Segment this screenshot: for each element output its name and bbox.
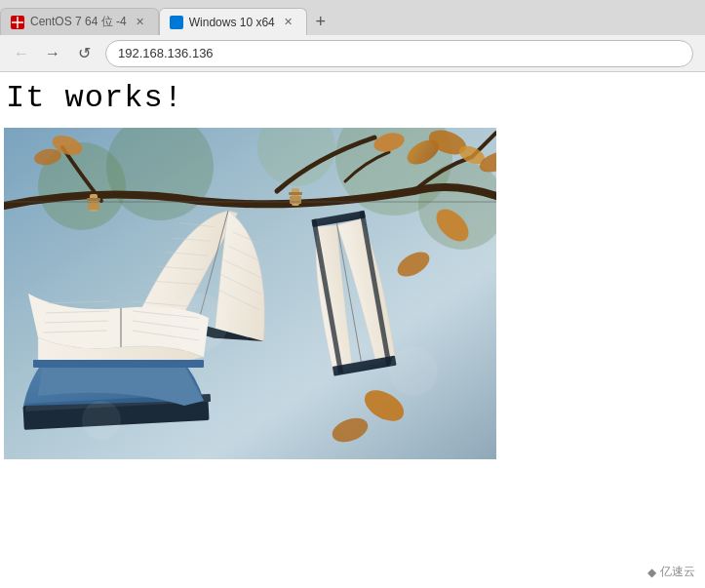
svg-rect-28 <box>290 196 295 204</box>
svg-rect-5 <box>172 22 176 27</box>
centos-favicon <box>11 16 24 29</box>
address-bar-wrapper <box>105 40 693 67</box>
svg-rect-49 <box>33 360 204 368</box>
svg-rect-4 <box>176 18 181 22</box>
svg-rect-24 <box>88 202 94 210</box>
tab-windows-close[interactable]: ✕ <box>281 15 296 30</box>
reload-button[interactable]: ↺ <box>70 40 98 67</box>
svg-point-63 <box>82 401 121 440</box>
browser-window: CentOS 7 64 位 -4 ✕ Windows 10 x64 ✕ + ← … <box>0 0 705 588</box>
svg-rect-6 <box>176 22 181 27</box>
svg-rect-27 <box>289 192 302 195</box>
page-heading: It works! <box>6 80 701 116</box>
tab-windows[interactable]: Windows 10 x64 ✕ <box>159 8 307 35</box>
svg-rect-3 <box>172 18 176 22</box>
svg-point-62 <box>389 347 438 396</box>
new-tab-button[interactable]: + <box>307 8 334 35</box>
watermark-icon: ◆ <box>647 566 656 579</box>
back-button[interactable]: ← <box>8 40 35 67</box>
address-bar[interactable] <box>118 46 681 60</box>
forward-button[interactable]: → <box>39 40 66 67</box>
tab-centos-close[interactable]: ✕ <box>133 15 148 30</box>
page-image <box>4 128 496 459</box>
tab-windows-label: Windows 10 x64 <box>189 16 275 29</box>
svg-rect-23 <box>87 198 100 201</box>
tab-bar: CentOS 7 64 位 -4 ✕ Windows 10 x64 ✕ + <box>0 0 705 35</box>
toolbar: ← → ↺ <box>0 35 705 72</box>
tab-centos[interactable]: CentOS 7 64 位 -4 ✕ <box>0 8 159 35</box>
tab-centos-label: CentOS 7 64 位 -4 <box>30 14 127 30</box>
watermark: ◆ 亿速云 <box>647 564 695 580</box>
svg-rect-25 <box>94 202 99 210</box>
svg-rect-29 <box>295 196 301 204</box>
watermark-text: 亿速云 <box>660 564 695 580</box>
svg-point-61 <box>170 294 228 352</box>
page-content: It works! <box>0 72 705 588</box>
windows-favicon <box>170 16 183 29</box>
